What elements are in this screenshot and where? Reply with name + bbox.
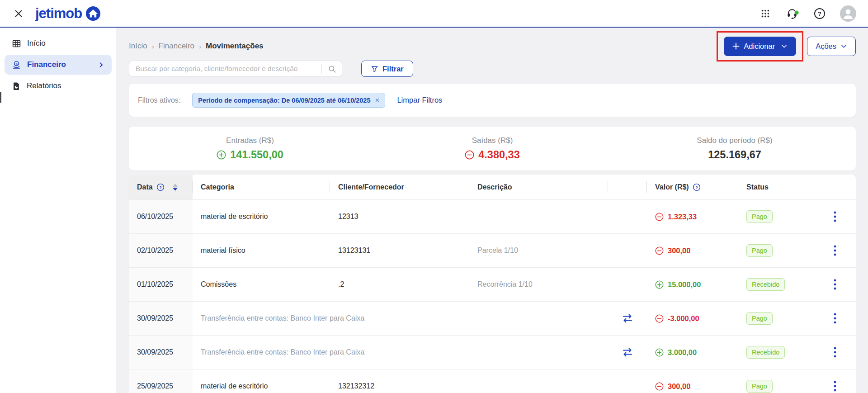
cell-valor: 300,00 xyxy=(647,369,738,393)
table-row: 25/09/2025material de escritório13213231… xyxy=(129,369,856,393)
table-row: 06/10/2025material de escritório123131.3… xyxy=(129,199,856,233)
search-icon[interactable] xyxy=(322,61,342,76)
cell-categoria: material de escritório xyxy=(193,200,330,233)
transfer-arrows-icon xyxy=(608,369,647,393)
head-actions: Adicionar Ações xyxy=(724,37,856,56)
help-icon[interactable]: ? xyxy=(813,7,826,20)
kebab-menu-icon[interactable] xyxy=(834,211,836,222)
cell-actions xyxy=(814,268,856,301)
cell-categoria-transfer: Transferência entre contas: Banco Inter … xyxy=(193,336,608,369)
cell-descricao xyxy=(469,200,608,233)
sidebar-item-label: Financeiro xyxy=(27,60,66,69)
sort-toggle[interactable] xyxy=(173,184,178,191)
cell-valor: 1.323,33 xyxy=(647,200,738,233)
funnel-icon xyxy=(371,65,378,73)
cell-date: 02/10/2025 xyxy=(129,234,193,267)
transfer-arrows-icon xyxy=(608,302,647,335)
support-headset-icon[interactable] xyxy=(786,7,799,20)
column-label: Categoria xyxy=(201,183,234,191)
cell-actions xyxy=(814,234,856,267)
valor-text: 300,00 xyxy=(668,246,690,255)
valor-text: 300,00 xyxy=(668,382,690,391)
column-label: Descrição xyxy=(477,183,512,191)
cell-cliente: 13123131 xyxy=(330,234,469,267)
movimentacoes-table: Data ? Categoria Cliente/Fornecedor xyxy=(129,175,856,393)
question-circle-icon[interactable]: ? xyxy=(156,183,165,191)
svg-text:?: ? xyxy=(695,185,698,189)
jetimob-logo[interactable]: jetimob xyxy=(35,5,101,22)
valor-text: 3.000,00 xyxy=(668,348,697,357)
column-header-categoria: Categoria xyxy=(193,175,330,199)
cell-valor: 3.000,00 xyxy=(647,336,738,369)
cell-date: 30/09/2025 xyxy=(129,336,193,369)
column-label: Cliente/Fornecedor xyxy=(338,183,404,191)
cell-status: Pago xyxy=(738,369,814,393)
home-logo-icon xyxy=(85,6,101,21)
breadcrumb-separator-icon: › xyxy=(152,43,154,50)
close-icon[interactable] xyxy=(12,7,25,20)
sidebar-item-relatorios[interactable]: Relatórios xyxy=(5,76,112,96)
search-input[interactable] xyxy=(129,65,321,73)
table-row: 02/10/2025material físico13123131Parcela… xyxy=(129,233,856,267)
sidebar-item-inicio[interactable]: Início xyxy=(5,33,112,53)
entradas-summary: Entradas (R$) 141.550,00 xyxy=(129,136,371,161)
minus-circle-icon xyxy=(465,150,474,160)
kebab-menu-icon[interactable] xyxy=(834,313,836,324)
kebab-menu-icon[interactable] xyxy=(834,347,836,358)
saidas-label: Saídas (R$) xyxy=(371,136,613,145)
cell-actions xyxy=(814,369,856,393)
column-header-descricao: Descrição xyxy=(469,175,608,199)
logo-text: jetimob xyxy=(35,5,82,22)
svg-text:?: ? xyxy=(159,185,162,189)
cell-categoria: material físico xyxy=(193,234,330,267)
cell-date: 30/09/2025 xyxy=(129,302,193,335)
search-box xyxy=(129,61,342,77)
status-badge: Pago xyxy=(746,312,773,325)
column-label: Valor (R$) xyxy=(655,183,689,191)
filtrar-button[interactable]: Filtrar xyxy=(361,61,413,77)
cell-cliente: 132132312 xyxy=(330,369,469,393)
column-header-status: Status xyxy=(738,175,814,199)
column-header-transfer xyxy=(608,175,647,199)
acoes-button[interactable]: Ações xyxy=(807,37,856,56)
filter-chip[interactable]: Período de compensação: De 06/09/2025 at… xyxy=(192,93,385,108)
kebab-menu-icon[interactable] xyxy=(834,279,836,290)
limpar-filtros-link[interactable]: Limpar Filtros xyxy=(397,96,442,104)
transfer-arrows-icon xyxy=(608,200,647,233)
breadcrumb-movimentacoes: Movimentações xyxy=(206,42,264,51)
user-avatar[interactable] xyxy=(840,5,856,22)
saidas-value: 4.380,33 xyxy=(478,149,519,161)
transfer-arrows-icon xyxy=(608,268,647,301)
kebab-menu-icon[interactable] xyxy=(834,381,836,392)
column-header-data[interactable]: Data ? xyxy=(129,175,193,199)
breadcrumb-separator-icon: › xyxy=(199,43,201,50)
cell-status: Recebido xyxy=(738,268,814,301)
breadcrumb-financeiro[interactable]: Financeiro xyxy=(159,42,194,51)
sidebar: Início $ Financeiro xyxy=(0,28,116,393)
search-row: Filtrar xyxy=(129,61,856,77)
dashboard-grid-icon xyxy=(12,39,21,48)
apps-grid-icon[interactable] xyxy=(759,7,772,20)
topbar: jetimob ? xyxy=(0,0,868,28)
saldo-value: 125.169,67 xyxy=(708,149,761,161)
saidas-summary: Saídas (R$) 4.380,33 xyxy=(371,136,613,161)
cell-categoria: material de escritório xyxy=(193,369,330,393)
cell-actions xyxy=(814,336,856,369)
status-badge: Recebido xyxy=(746,346,785,359)
status-badge: Pago xyxy=(746,210,773,223)
adicionar-button[interactable]: Adicionar xyxy=(724,37,796,56)
chip-close-icon[interactable]: × xyxy=(375,96,380,104)
breadcrumb-inicio[interactable]: Início xyxy=(129,42,147,51)
table-row: 01/10/2025Comissões.2Recorrência 1/1015.… xyxy=(129,267,856,301)
minus-circle-icon xyxy=(655,314,664,323)
question-circle-icon[interactable]: ? xyxy=(693,183,701,191)
status-badge: Pago xyxy=(746,380,773,393)
cell-status: Pago xyxy=(738,234,814,267)
cell-actions xyxy=(814,200,856,233)
svg-text:?: ? xyxy=(818,10,821,17)
cell-valor: 300,00 xyxy=(647,234,738,267)
column-label: Data xyxy=(137,183,153,191)
sidebar-item-financeiro[interactable]: $ Financeiro xyxy=(5,55,112,75)
cell-status: Pago xyxy=(738,200,814,233)
kebab-menu-icon[interactable] xyxy=(834,245,836,256)
